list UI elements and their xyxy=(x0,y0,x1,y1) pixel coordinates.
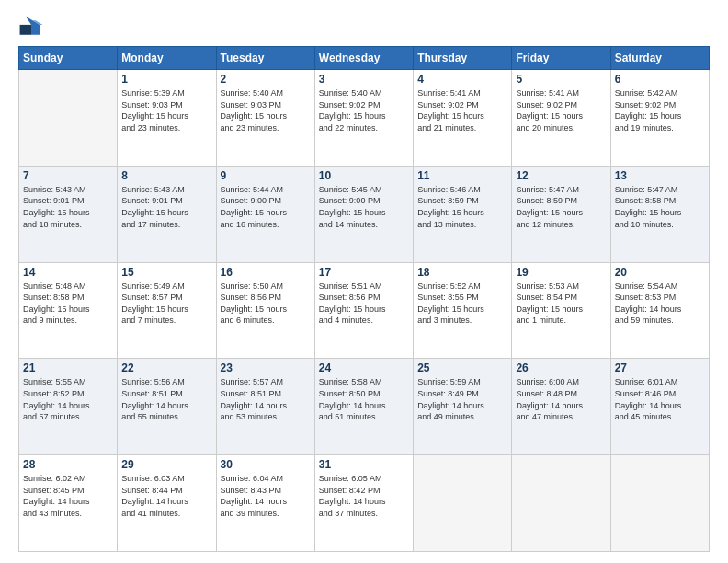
day-header-sunday: Sunday xyxy=(19,47,118,70)
calendar-cell xyxy=(610,455,709,552)
calendar-cell: 13Sunrise: 5:47 AM Sunset: 8:58 PM Dayli… xyxy=(610,166,709,262)
cell-date: 21 xyxy=(23,362,113,374)
cell-info: Sunrise: 5:46 AM Sunset: 8:59 PM Dayligh… xyxy=(417,184,507,230)
calendar-cell: 11Sunrise: 5:46 AM Sunset: 8:59 PM Dayli… xyxy=(414,166,512,262)
calendar-cell: 27Sunrise: 6:01 AM Sunset: 8:46 PM Dayli… xyxy=(610,359,709,455)
cell-info: Sunrise: 5:40 AM Sunset: 9:03 PM Dayligh… xyxy=(221,87,311,133)
cell-date: 24 xyxy=(319,362,409,374)
week-row-1: 1Sunrise: 5:39 AM Sunset: 9:03 PM Daylig… xyxy=(19,70,710,167)
cell-date: 27 xyxy=(615,362,705,374)
cell-date: 29 xyxy=(121,458,211,471)
cell-date: 4 xyxy=(417,73,507,86)
cell-info: Sunrise: 5:49 AM Sunset: 8:57 PM Dayligh… xyxy=(121,281,211,327)
cell-info: Sunrise: 5:48 AM Sunset: 8:58 PM Dayligh… xyxy=(23,281,113,327)
calendar-cell: 3Sunrise: 5:40 AM Sunset: 9:02 PM Daylig… xyxy=(314,70,413,167)
cell-date: 18 xyxy=(417,266,507,279)
cell-date: 5 xyxy=(516,73,606,86)
calendar-cell: 16Sunrise: 5:50 AM Sunset: 8:56 PM Dayli… xyxy=(216,262,314,359)
cell-info: Sunrise: 5:52 AM Sunset: 8:55 PM Dayligh… xyxy=(417,281,507,327)
cell-info: Sunrise: 5:47 AM Sunset: 8:58 PM Dayligh… xyxy=(615,184,705,230)
cell-date: 19 xyxy=(516,266,606,279)
day-header-wednesday: Wednesday xyxy=(314,47,413,70)
calendar-cell: 1Sunrise: 5:39 AM Sunset: 9:03 PM Daylig… xyxy=(118,70,216,167)
cell-info: Sunrise: 6:03 AM Sunset: 8:44 PM Dayligh… xyxy=(121,473,211,519)
calendar-cell xyxy=(414,455,512,552)
cell-info: Sunrise: 6:00 AM Sunset: 8:48 PM Dayligh… xyxy=(516,376,606,422)
cell-date: 13 xyxy=(615,169,705,182)
calendar-cell: 4Sunrise: 5:41 AM Sunset: 9:02 PM Daylig… xyxy=(414,70,512,167)
cell-date: 6 xyxy=(615,73,705,86)
cell-info: Sunrise: 6:01 AM Sunset: 8:46 PM Dayligh… xyxy=(615,376,705,422)
cell-info: Sunrise: 6:05 AM Sunset: 8:42 PM Dayligh… xyxy=(319,473,409,519)
cell-info: Sunrise: 5:40 AM Sunset: 9:02 PM Dayligh… xyxy=(319,87,409,133)
day-header-saturday: Saturday xyxy=(610,47,709,70)
calendar-cell: 12Sunrise: 5:47 AM Sunset: 8:59 PM Dayli… xyxy=(512,166,610,262)
cell-info: Sunrise: 5:55 AM Sunset: 8:52 PM Dayligh… xyxy=(23,376,113,422)
cell-info: Sunrise: 6:04 AM Sunset: 8:43 PM Dayligh… xyxy=(221,473,311,519)
cell-date: 10 xyxy=(319,169,409,182)
cell-info: Sunrise: 5:54 AM Sunset: 8:53 PM Dayligh… xyxy=(615,281,705,327)
calendar-cell: 20Sunrise: 5:54 AM Sunset: 8:53 PM Dayli… xyxy=(610,262,709,359)
cell-date: 20 xyxy=(615,266,705,279)
cell-info: Sunrise: 5:42 AM Sunset: 9:02 PM Dayligh… xyxy=(615,87,705,133)
cell-info: Sunrise: 5:41 AM Sunset: 9:02 PM Dayligh… xyxy=(417,87,507,133)
cell-date: 28 xyxy=(23,458,113,471)
cell-info: Sunrise: 5:57 AM Sunset: 8:51 PM Dayligh… xyxy=(221,376,311,422)
calendar-cell: 8Sunrise: 5:43 AM Sunset: 9:01 PM Daylig… xyxy=(118,166,216,262)
cell-info: Sunrise: 5:53 AM Sunset: 8:54 PM Dayligh… xyxy=(516,281,606,327)
calendar-cell: 23Sunrise: 5:57 AM Sunset: 8:51 PM Dayli… xyxy=(216,359,314,455)
day-header-monday: Monday xyxy=(118,47,216,70)
cell-info: Sunrise: 5:41 AM Sunset: 9:02 PM Dayligh… xyxy=(516,87,606,133)
week-row-2: 7Sunrise: 5:43 AM Sunset: 9:01 PM Daylig… xyxy=(19,166,710,262)
cell-date: 8 xyxy=(121,169,211,182)
cell-date: 25 xyxy=(417,362,507,374)
calendar-cell: 26Sunrise: 6:00 AM Sunset: 8:48 PM Dayli… xyxy=(512,359,610,455)
calendar-cell: 29Sunrise: 6:03 AM Sunset: 8:44 PM Dayli… xyxy=(118,455,216,552)
calendar-cell: 30Sunrise: 6:04 AM Sunset: 8:43 PM Dayli… xyxy=(216,455,314,552)
calendar-cell: 14Sunrise: 5:48 AM Sunset: 8:58 PM Dayli… xyxy=(19,262,118,359)
calendar-cell: 9Sunrise: 5:44 AM Sunset: 9:00 PM Daylig… xyxy=(216,166,314,262)
cell-date: 2 xyxy=(221,73,311,86)
week-row-4: 21Sunrise: 5:55 AM Sunset: 8:52 PM Dayli… xyxy=(19,359,710,455)
cell-info: Sunrise: 5:43 AM Sunset: 9:01 PM Dayligh… xyxy=(121,184,211,230)
calendar-cell: 5Sunrise: 5:41 AM Sunset: 9:02 PM Daylig… xyxy=(512,70,610,167)
calendar-cell: 19Sunrise: 5:53 AM Sunset: 8:54 PM Dayli… xyxy=(512,262,610,359)
cell-date: 26 xyxy=(516,362,606,374)
cell-date: 14 xyxy=(23,266,113,279)
day-header-friday: Friday xyxy=(512,47,610,70)
calendar-cell: 18Sunrise: 5:52 AM Sunset: 8:55 PM Dayli… xyxy=(414,262,512,359)
cell-info: Sunrise: 5:56 AM Sunset: 8:51 PM Dayligh… xyxy=(121,376,211,422)
cell-info: Sunrise: 5:39 AM Sunset: 9:03 PM Dayligh… xyxy=(121,87,211,133)
cell-info: Sunrise: 6:02 AM Sunset: 8:45 PM Dayligh… xyxy=(23,473,113,519)
cell-info: Sunrise: 5:59 AM Sunset: 8:49 PM Dayligh… xyxy=(417,376,507,422)
cell-date: 30 xyxy=(221,458,311,471)
cell-date: 16 xyxy=(221,266,311,279)
calendar: SundayMondayTuesdayWednesdayThursdayFrid… xyxy=(18,46,710,552)
cell-info: Sunrise: 5:50 AM Sunset: 8:56 PM Dayligh… xyxy=(221,281,311,327)
page: SundayMondayTuesdayWednesdayThursdayFrid… xyxy=(0,0,728,563)
calendar-cell: 10Sunrise: 5:45 AM Sunset: 9:00 PM Dayli… xyxy=(314,166,413,262)
svg-rect-0 xyxy=(20,25,31,35)
calendar-cell xyxy=(512,455,610,552)
calendar-cell: 31Sunrise: 6:05 AM Sunset: 8:42 PM Dayli… xyxy=(314,455,413,552)
calendar-header-row: SundayMondayTuesdayWednesdayThursdayFrid… xyxy=(19,47,710,70)
calendar-cell: 6Sunrise: 5:42 AM Sunset: 9:02 PM Daylig… xyxy=(610,70,709,167)
cell-date: 9 xyxy=(221,169,311,182)
cell-date: 22 xyxy=(121,362,211,374)
calendar-cell: 15Sunrise: 5:49 AM Sunset: 8:57 PM Dayli… xyxy=(118,262,216,359)
calendar-cell: 7Sunrise: 5:43 AM Sunset: 9:01 PM Daylig… xyxy=(19,166,118,262)
calendar-cell: 22Sunrise: 5:56 AM Sunset: 8:51 PM Dayli… xyxy=(118,359,216,455)
cell-date: 12 xyxy=(516,169,606,182)
day-header-tuesday: Tuesday xyxy=(216,47,314,70)
calendar-cell: 28Sunrise: 6:02 AM Sunset: 8:45 PM Dayli… xyxy=(19,455,118,552)
cell-date: 11 xyxy=(417,169,507,182)
calendar-cell: 25Sunrise: 5:59 AM Sunset: 8:49 PM Dayli… xyxy=(414,359,512,455)
calendar-cell: 17Sunrise: 5:51 AM Sunset: 8:56 PM Dayli… xyxy=(314,262,413,359)
cell-date: 23 xyxy=(221,362,311,374)
calendar-cell: 21Sunrise: 5:55 AM Sunset: 8:52 PM Dayli… xyxy=(19,359,118,455)
cell-date: 17 xyxy=(319,266,409,279)
cell-info: Sunrise: 5:51 AM Sunset: 8:56 PM Dayligh… xyxy=(319,281,409,327)
cell-info: Sunrise: 5:45 AM Sunset: 9:00 PM Dayligh… xyxy=(319,184,409,230)
cell-date: 7 xyxy=(23,169,113,182)
cell-date: 31 xyxy=(319,458,409,471)
